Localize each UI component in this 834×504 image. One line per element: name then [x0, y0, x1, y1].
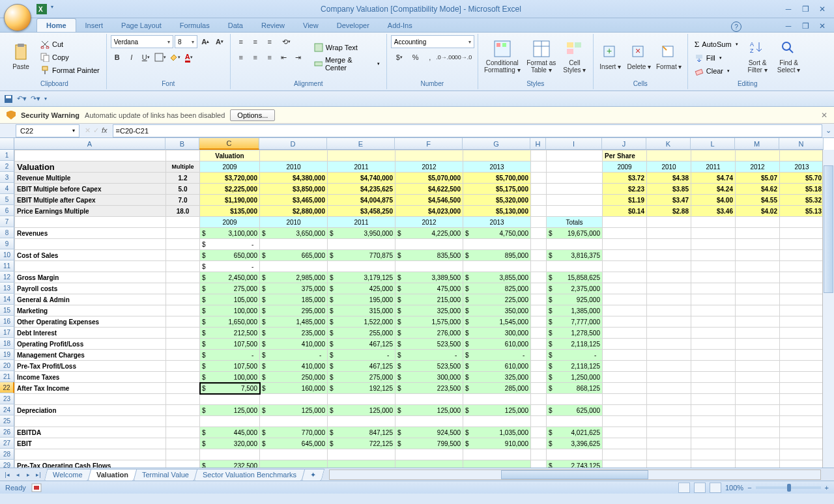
- macro-icon[interactable]: [31, 483, 42, 492]
- column-header-B[interactable]: B: [165, 138, 199, 150]
- tab-add-ins[interactable]: Add-Ins: [379, 19, 422, 32]
- cut-button[interactable]: Cut: [38, 38, 102, 50]
- enter-formula-icon[interactable]: ✓: [93, 126, 99, 135]
- next-sheet-button[interactable]: ▸: [23, 469, 33, 480]
- column-header-M[interactable]: M: [735, 138, 779, 150]
- row-header-18[interactable]: 18: [0, 338, 14, 349]
- workbook-close-button[interactable]: ✕: [814, 20, 830, 32]
- align-right-button[interactable]: ≡: [263, 51, 276, 64]
- align-top-button[interactable]: ≡: [235, 35, 248, 48]
- column-header-J[interactable]: J: [602, 138, 646, 150]
- zoom-slider[interactable]: [756, 486, 821, 489]
- qat-dropdown-icon[interactable]: ▾: [51, 4, 61, 14]
- align-left-button[interactable]: ≡: [235, 51, 248, 64]
- font-color-button[interactable]: A▾: [182, 51, 195, 64]
- row-header-21[interactable]: 21: [0, 371, 14, 382]
- align-center-button[interactable]: ≡: [249, 51, 262, 64]
- row-header-2[interactable]: 2: [0, 161, 14, 172]
- row-header-10[interactable]: 10: [0, 249, 14, 260]
- row-header-22[interactable]: 22: [0, 382, 14, 393]
- formula-bar-expand-button[interactable]: ⌄: [822, 126, 834, 135]
- row-header-5[interactable]: 5: [0, 194, 14, 205]
- row-header-23[interactable]: 23: [0, 393, 14, 404]
- row-header-29[interactable]: 29: [0, 460, 14, 468]
- format-painter-button[interactable]: Format Painter: [38, 64, 102, 76]
- row-header-24[interactable]: 24: [0, 404, 14, 415]
- column-header-F[interactable]: F: [395, 138, 463, 150]
- sort-filter-button[interactable]: AZSort & Filter ▾: [743, 35, 772, 78]
- font-size-combo[interactable]: 8▾: [175, 35, 197, 48]
- formula-input[interactable]: =C20-C21: [113, 124, 822, 137]
- wrap-text-button[interactable]: Wrap Text: [311, 42, 382, 53]
- office-button[interactable]: [4, 4, 31, 31]
- cell-styles-button[interactable]: Cell Styles ▾: [560, 35, 589, 78]
- minimize-button[interactable]: ─: [781, 3, 796, 15]
- close-button[interactable]: ✕: [814, 3, 830, 15]
- row-header-16[interactable]: 16: [0, 316, 14, 327]
- name-box[interactable]: C22▾: [16, 124, 79, 137]
- increase-decimal-button[interactable]: .0→.00: [438, 51, 453, 64]
- clear-button[interactable]: Clear▾: [692, 65, 741, 77]
- tab-insert[interactable]: Insert: [76, 19, 113, 32]
- normal-view-button[interactable]: [678, 483, 690, 493]
- paste-button[interactable]: Paste: [7, 35, 35, 78]
- row-header-15[interactable]: 15: [0, 305, 14, 316]
- row-header-4[interactable]: 4: [0, 183, 14, 194]
- find-select-button[interactable]: Find & Select ▾: [775, 35, 803, 78]
- tab-page-layout[interactable]: Page Layout: [112, 19, 171, 32]
- conditional-formatting-button[interactable]: Conditional Formatting ▾: [482, 35, 523, 78]
- copy-button[interactable]: Copy: [38, 51, 102, 63]
- qat-customize-icon[interactable]: ▾: [44, 96, 47, 102]
- tab-review[interactable]: Review: [252, 19, 294, 32]
- column-header-H[interactable]: H: [530, 138, 546, 150]
- shrink-font-button[interactable]: A▾: [213, 35, 226, 48]
- row-header-26[interactable]: 26: [0, 427, 14, 438]
- row-header-11[interactable]: 11: [0, 260, 14, 272]
- format-as-table-button[interactable]: Format as Table ▾: [525, 35, 558, 78]
- first-sheet-button[interactable]: |◂: [3, 469, 12, 480]
- delete-cells-button[interactable]: ×Delete ▾: [626, 35, 652, 78]
- fill-color-button[interactable]: ▾: [168, 51, 181, 64]
- tab-formulas[interactable]: Formulas: [171, 19, 219, 32]
- page-break-view-button[interactable]: [710, 483, 721, 493]
- fill-button[interactable]: Fill▾: [692, 52, 741, 64]
- column-header-C[interactable]: C: [199, 138, 259, 150]
- tab-data[interactable]: Data: [219, 19, 252, 32]
- row-header-20[interactable]: 20: [0, 360, 14, 371]
- row-header-25[interactable]: 25: [0, 415, 14, 427]
- row-header-13[interactable]: 13: [0, 283, 14, 294]
- security-options-button[interactable]: Options...: [230, 109, 275, 121]
- column-header-E[interactable]: E: [327, 138, 395, 150]
- row-header-28[interactable]: 28: [0, 449, 14, 460]
- column-header-K[interactable]: K: [646, 138, 691, 150]
- vertical-scrollbar[interactable]: [822, 150, 834, 468]
- row-header-8[interactable]: 8: [0, 227, 14, 238]
- column-header-L[interactable]: L: [691, 138, 735, 150]
- border-button[interactable]: ▾: [154, 51, 167, 64]
- insert-cells-button[interactable]: +Insert ▾: [597, 35, 624, 78]
- autosum-button[interactable]: ΣAutoSum▾: [692, 38, 741, 51]
- cancel-formula-icon[interactable]: ✕: [85, 126, 91, 135]
- undo-button[interactable]: ↶▾: [17, 94, 27, 103]
- row-header-27[interactable]: 27: [0, 438, 14, 449]
- workbook-minimize-button[interactable]: ─: [781, 20, 796, 32]
- row-header-6[interactable]: 6: [0, 205, 14, 216]
- align-bottom-button[interactable]: ≡: [263, 35, 276, 48]
- last-sheet-button[interactable]: ▸|: [34, 469, 43, 480]
- row-header-1[interactable]: 1: [0, 150, 14, 161]
- row-header-7[interactable]: 7: [0, 216, 14, 227]
- horizontal-scrollbar[interactable]: [329, 469, 821, 480]
- fx-button[interactable]: fx: [102, 126, 108, 135]
- insert-sheet-button[interactable]: ✦: [301, 469, 324, 481]
- decrease-indent-button[interactable]: ⇤: [278, 51, 291, 64]
- comma-button[interactable]: ,: [424, 51, 437, 64]
- column-header-I[interactable]: I: [546, 138, 602, 150]
- tab-developer[interactable]: Developer: [328, 19, 379, 32]
- sheet-tab-valuation[interactable]: Valuation: [87, 469, 137, 481]
- sheet-tab-terminal-value[interactable]: Terminal Value: [133, 469, 197, 481]
- bold-button[interactable]: B: [111, 51, 124, 64]
- row-header-14[interactable]: 14: [0, 294, 14, 305]
- accounting-format-button[interactable]: $▾: [391, 51, 408, 64]
- percent-button[interactable]: %: [409, 51, 422, 64]
- security-close-button[interactable]: ✕: [821, 111, 827, 120]
